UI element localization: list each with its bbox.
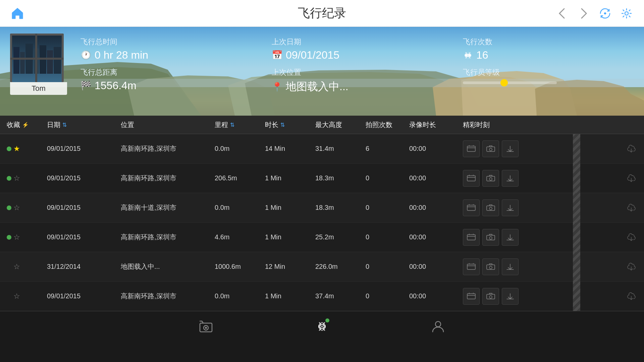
stripe-badge bbox=[573, 134, 580, 164]
cell-location: 地图载入中... bbox=[121, 262, 215, 271]
pin-icon: 📍 bbox=[272, 82, 282, 92]
stripe-badge bbox=[573, 252, 580, 282]
cell-highlight bbox=[463, 193, 637, 223]
action-icon-2[interactable] bbox=[482, 258, 499, 275]
cell-location: 高新南环路,深圳市 bbox=[121, 292, 215, 301]
svg-point-28 bbox=[469, 54, 471, 56]
unfavorite-star[interactable]: ☆ bbox=[13, 203, 20, 212]
cloud-sync-icon bbox=[625, 252, 637, 282]
last-location-label: 上次位置 bbox=[272, 67, 443, 77]
bottom-nav bbox=[0, 311, 644, 345]
svg-rect-33 bbox=[467, 176, 475, 181]
cell-location: 高新南环路,深圳市 bbox=[121, 233, 215, 242]
cell-photos: 0 bbox=[366, 204, 409, 212]
svg-point-55 bbox=[205, 327, 207, 329]
action-icon-3[interactable] bbox=[502, 288, 519, 305]
unfavorite-star[interactable]: ☆ bbox=[13, 233, 20, 242]
nav-camera[interactable] bbox=[199, 319, 213, 337]
action-icons bbox=[463, 199, 519, 216]
cell-duration: 1 Min bbox=[265, 233, 315, 241]
table-row[interactable]: ☆ 09/01/2015 高新南环路,深圳市 0.0m 1 Min 37.4m … bbox=[0, 282, 644, 311]
cell-highlight bbox=[463, 223, 637, 252]
cell-video: 00:00 bbox=[409, 174, 463, 182]
profile-card: Tom bbox=[10, 34, 67, 95]
table-row[interactable]: ☆ 31/12/2014 地图载入中... 1000.6m 12 Min 226… bbox=[0, 252, 644, 282]
nav-left bbox=[10, 6, 25, 21]
svg-rect-21 bbox=[54, 47, 61, 74]
stat-group-time: 飞行总时间 🕐 0 hr 28 min 飞行总距离 🏁 1556.4m bbox=[80, 37, 252, 94]
action-icon-3[interactable] bbox=[502, 229, 519, 246]
action-icon-2[interactable] bbox=[482, 140, 499, 157]
sort-distance-icon[interactable]: ⇅ bbox=[230, 122, 234, 128]
cell-distance: 1000.6m bbox=[215, 263, 265, 270]
cell-video: 00:00 bbox=[409, 292, 463, 300]
header-date: 日期 ⇅ bbox=[47, 120, 121, 129]
cell-distance: 0.0m bbox=[215, 145, 265, 153]
cell-collect: ☆ bbox=[7, 203, 47, 212]
cell-distance: 206.5m bbox=[215, 174, 265, 182]
cell-collect: ☆ bbox=[7, 262, 47, 271]
no-dot bbox=[7, 264, 11, 269]
stat-group-date: 上次日期 📅 09/01/2015 上次位置 📍 地图载入中... bbox=[272, 37, 443, 94]
sort-duration-icon[interactable]: ⇅ bbox=[280, 122, 285, 128]
svg-point-32 bbox=[489, 148, 492, 151]
back-button[interactable] bbox=[555, 6, 570, 21]
table-row[interactable]: ★ 09/01/2015 高新南环路,深圳市 0.0m 14 Min 31.4m… bbox=[0, 134, 644, 164]
action-icons bbox=[463, 140, 519, 157]
stripe-badge bbox=[573, 193, 580, 223]
cell-date: 09/01/2015 bbox=[47, 292, 121, 300]
forward-button[interactable] bbox=[576, 6, 591, 21]
action-icon-1[interactable] bbox=[463, 170, 480, 187]
last-location-value: 📍 地图载入中... bbox=[272, 79, 443, 94]
settings-button[interactable] bbox=[619, 6, 634, 21]
favorite-star[interactable]: ★ bbox=[13, 144, 20, 153]
table-body: ★ 09/01/2015 高新南环路,深圳市 0.0m 14 Min 31.4m… bbox=[0, 134, 644, 311]
action-icon-1[interactable] bbox=[463, 288, 480, 305]
pilot-level-bar bbox=[463, 81, 557, 84]
nav-right bbox=[555, 6, 634, 21]
unfavorite-star[interactable]: ☆ bbox=[13, 262, 20, 271]
action-icon-1[interactable] bbox=[463, 258, 480, 275]
unfavorite-star[interactable]: ☆ bbox=[13, 292, 20, 301]
flight-time-value: 🕐 0 hr 28 min bbox=[80, 49, 252, 61]
action-icon-3[interactable] bbox=[502, 170, 519, 187]
table-header: 收藏 ⚡ 日期 ⇅ 位置 里程 ⇅ 时长 ⇅ 最大高度 拍照次数 录像时长 精彩… bbox=[0, 116, 644, 134]
svg-point-52 bbox=[489, 296, 492, 298]
cell-distance: 0.0m bbox=[215, 292, 265, 300]
nav-drone[interactable] bbox=[314, 319, 330, 337]
person-icon bbox=[431, 319, 445, 337]
sort-collect-icon[interactable]: ⚡ bbox=[22, 122, 29, 128]
cell-photos: 6 bbox=[366, 145, 409, 153]
action-icon-3[interactable] bbox=[502, 140, 519, 157]
table-row[interactable]: ☆ 09/01/2015 高新南十道,深圳市 0.0m 1 Min 18.3m … bbox=[0, 193, 644, 223]
sort-date-icon[interactable]: ⇅ bbox=[62, 122, 67, 128]
table-row[interactable]: ☆ 09/01/2015 高新南环路,深圳市 4.6m 1 Min 25.2m … bbox=[0, 223, 644, 252]
nav-profile[interactable] bbox=[431, 319, 445, 337]
cell-altitude: 18.3m bbox=[315, 204, 366, 212]
action-icon-1[interactable] bbox=[463, 140, 480, 157]
action-icon-1[interactable] bbox=[463, 199, 480, 216]
action-icon-3[interactable] bbox=[502, 258, 519, 275]
action-icon-2[interactable] bbox=[482, 170, 499, 187]
action-icon-2[interactable] bbox=[482, 288, 499, 305]
cell-photos: 0 bbox=[366, 233, 409, 241]
action-icon-2[interactable] bbox=[482, 199, 499, 216]
flight-distance-value: 🏁 1556.4m bbox=[80, 79, 252, 92]
svg-point-58 bbox=[435, 321, 441, 327]
online-dot bbox=[7, 205, 11, 210]
stat-group-count: 飞行次数 16 飞行员等级 bbox=[463, 37, 634, 94]
unfavorite-star[interactable]: ☆ bbox=[13, 174, 20, 183]
calendar-icon: 📅 bbox=[272, 50, 282, 60]
cell-highlight bbox=[463, 252, 637, 282]
svg-rect-26 bbox=[10, 58, 64, 60]
action-icon-1[interactable] bbox=[463, 229, 480, 246]
cell-date: 09/01/2015 bbox=[47, 145, 121, 153]
sync-button[interactable] bbox=[598, 6, 612, 21]
table-row[interactable]: ☆ 09/01/2015 高新南环路,深圳市 206.5m 1 Min 18.3… bbox=[0, 164, 644, 193]
home-button[interactable] bbox=[10, 6, 25, 21]
action-icon-2[interactable] bbox=[482, 229, 499, 246]
svg-rect-16 bbox=[20, 52, 25, 74]
action-icon-3[interactable] bbox=[502, 199, 519, 216]
cell-altitude: 226.0m bbox=[315, 263, 366, 270]
cell-collect: ☆ bbox=[7, 174, 47, 183]
